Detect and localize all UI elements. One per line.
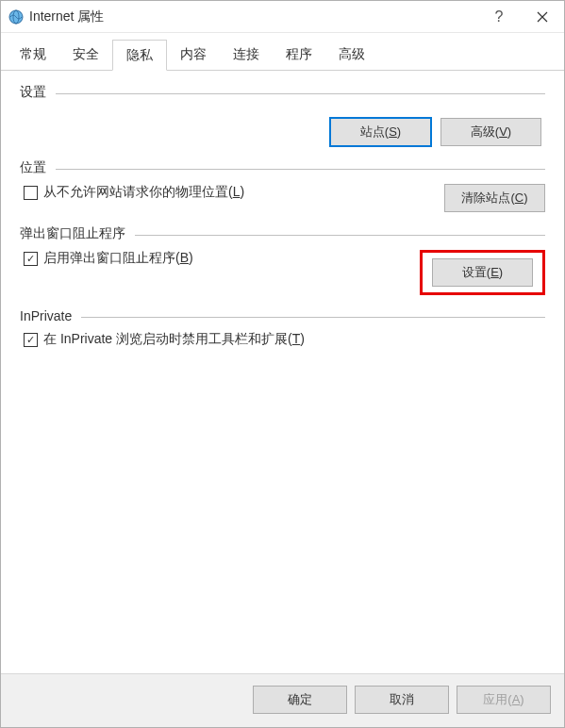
internet-options-icon — [8, 9, 24, 25]
section-popup-title: 弹出窗口阻止程序 — [20, 225, 125, 242]
tab-general[interactable]: 常规 — [7, 40, 59, 71]
divider — [56, 169, 545, 170]
inprivate-checkbox-label: 在 InPrivate 浏览启动时禁用工具栏和扩展(T) — [43, 331, 305, 348]
tab-programs[interactable]: 程序 — [273, 40, 325, 71]
highlight-annotation: 设置(E) — [420, 250, 545, 295]
tab-advanced[interactable]: 高级 — [325, 40, 378, 71]
tab-strip: 常规 安全 隐私 内容 连接 程序 高级 — [1, 33, 564, 71]
help-button[interactable]: ? — [477, 1, 521, 33]
checkbox-icon — [24, 186, 38, 200]
tab-privacy[interactable]: 隐私 — [112, 40, 167, 71]
section-location-title: 位置 — [20, 159, 46, 176]
popup-checkbox-label: 启用弹出窗口阻止程序(B) — [43, 250, 193, 267]
tab-content[interactable]: 内容 — [167, 40, 220, 71]
dialog-content: 设置 站点(S) 高级(V) 位置 从不允许网站请求你的物理 — [1, 71, 564, 673]
location-checkbox-label: 从不允许网站请求你的物理位置(L) — [43, 184, 244, 201]
section-inprivate: InPrivate 在 InPrivate 浏览启动时禁用工具栏和扩展(T) — [20, 308, 545, 348]
section-inprivate-title: InPrivate — [20, 308, 72, 323]
popup-blocker-checkbox[interactable]: 启用弹出窗口阻止程序(B) — [24, 250, 420, 267]
internet-properties-dialog: Internet 属性 ? 常规 安全 隐私 内容 连接 程序 高级 设置 站点… — [0, 0, 565, 728]
inprivate-checkbox[interactable]: 在 InPrivate 浏览启动时禁用工具栏和扩展(T) — [24, 331, 545, 348]
divider — [81, 317, 545, 318]
section-settings-title: 设置 — [20, 84, 46, 101]
location-checkbox[interactable]: 从不允许网站请求你的物理位置(L) — [24, 184, 444, 201]
checkbox-icon — [24, 333, 38, 347]
divider — [135, 235, 545, 236]
checkbox-icon — [24, 252, 38, 266]
section-settings: 设置 站点(S) 高级(V) — [20, 84, 545, 146]
ok-button[interactable]: 确定 — [253, 686, 347, 714]
apply-button[interactable]: 应用(A) — [457, 686, 551, 714]
dialog-footer: 确定 取消 应用(A) — [1, 673, 564, 727]
sites-button[interactable]: 站点(S) — [330, 118, 431, 146]
section-popup-blocker: 弹出窗口阻止程序 启用弹出窗口阻止程序(B) 设置(E) — [20, 225, 545, 295]
section-location: 位置 从不允许网站请求你的物理位置(L) 清除站点(C) — [20, 159, 545, 212]
titlebar: Internet 属性 ? — [1, 1, 564, 33]
window-title: Internet 属性 — [29, 8, 477, 25]
cancel-button[interactable]: 取消 — [355, 686, 449, 714]
tab-security[interactable]: 安全 — [59, 40, 112, 71]
divider — [56, 93, 545, 94]
close-button[interactable] — [521, 1, 564, 33]
tab-connections[interactable]: 连接 — [220, 40, 273, 71]
popup-settings-button[interactable]: 设置(E) — [432, 258, 533, 287]
advanced-button[interactable]: 高级(V) — [440, 118, 541, 146]
clear-sites-button[interactable]: 清除站点(C) — [444, 184, 545, 212]
